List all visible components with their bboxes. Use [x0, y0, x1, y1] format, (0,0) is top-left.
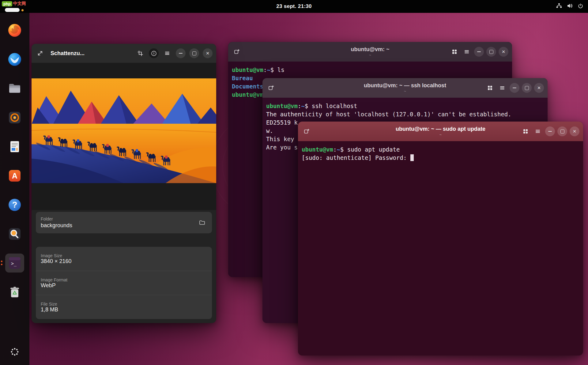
folder-icon	[7, 81, 22, 96]
terminal-text-segment: ED25519 k	[266, 119, 298, 126]
terminal-text-segment: ~	[337, 146, 340, 153]
terminal-line: The authenticity of host 'localhost (127…	[266, 110, 544, 119]
terminal-text-segment: ~	[267, 66, 270, 73]
desert-caravan-image	[32, 78, 216, 183]
window-subtitle: ~	[439, 133, 442, 137]
minimize-button[interactable]	[510, 83, 519, 93]
terminal-line: ubuntu@vm:~$ sudo apt update	[302, 145, 579, 154]
terminal-text-segment: ubuntu@vm	[302, 146, 333, 153]
speaker-icon	[7, 110, 22, 125]
new-tab-icon[interactable]	[232, 47, 242, 57]
window-title: Schattenzu...	[51, 50, 85, 57]
file-size-label: File Size	[41, 302, 207, 307]
tab-overview-icon[interactable]	[485, 83, 495, 93]
image-size-value: 3840 × 2160	[41, 258, 207, 265]
power-icon[interactable]	[578, 3, 583, 10]
minimize-button[interactable]	[176, 48, 186, 58]
terminal-line: ubuntu@vm:~$ ls	[232, 66, 508, 74]
clock[interactable]: 23 sept. 21:30	[276, 3, 312, 9]
terminal-headerbar[interactable]: ubuntu@vm: ~ — sudo apt update ~ ×	[298, 122, 583, 141]
image-format-label: Image Format	[41, 277, 207, 282]
dock-item-firefox[interactable]	[5, 21, 24, 40]
terminal-text-segment	[410, 154, 414, 161]
image-format-row: Image Format WebP	[36, 271, 212, 295]
terminal-text-segment: ssh localhost	[312, 103, 357, 109]
status-tray[interactable]	[556, 0, 583, 13]
menu-icon[interactable]	[162, 48, 172, 58]
menu-icon[interactable]	[533, 126, 543, 136]
volume-icon[interactable]	[567, 3, 573, 9]
terminal-text-segment: ubuntu@vm	[232, 66, 263, 73]
window-title: ubuntu@vm: ~ — sudo apt update	[396, 126, 485, 132]
desktop: 23 sept. 21:30 php 中文网	[0, 0, 588, 365]
window-title: ubuntu@vm: ~	[351, 46, 389, 53]
image-viewer-headerbar[interactable]: Schattenzu... ×	[32, 44, 216, 63]
image-size-row: Image Size 3840 × 2160	[36, 247, 212, 271]
image-properties-panel: Folder backgrounds Image Size 3840 × 216…	[32, 210, 216, 319]
terminal-text-segment: [sudo: authenticate] Password:	[302, 154, 410, 161]
document-icon	[7, 139, 22, 154]
maximize-button[interactable]	[557, 126, 567, 136]
dock-item-terminal[interactable]: >_	[5, 254, 24, 273]
dock-item-show-apps[interactable]	[5, 342, 24, 361]
menu-icon[interactable]	[462, 47, 472, 57]
terminal-text-segment: $	[270, 66, 277, 73]
top-bar: 23 sept. 21:30	[0, 0, 588, 13]
tab-overview-icon[interactable]	[521, 126, 530, 136]
app-center-icon: A	[7, 168, 22, 183]
terminal-headerbar[interactable]: ubuntu@vm: ~ — ssh localhost ~ ×	[262, 78, 548, 98]
watermark-text: 中文网	[13, 1, 26, 6]
file-size-row: File Size 1,8 MB	[36, 295, 212, 319]
watermark: php 中文网	[2, 1, 26, 6]
folder-value: backgrounds	[41, 222, 72, 229]
terminal-window-apt: ubuntu@vm: ~ — sudo apt update ~ × ubunt…	[298, 122, 583, 356]
terminal-text-segment: ~	[301, 103, 304, 109]
dock-item-trash[interactable]	[5, 283, 24, 302]
fullscreen-expand-icon[interactable]	[35, 48, 45, 58]
image-format-value: WebP	[41, 282, 207, 289]
maximize-button[interactable]	[486, 47, 496, 57]
firefox-icon	[7, 23, 22, 38]
terminal-headerbar[interactable]: ubuntu@vm: ~ ~ ×	[228, 42, 512, 62]
dock-item-files[interactable]	[5, 79, 24, 98]
trash-icon	[7, 285, 22, 299]
menu-icon[interactable]	[497, 83, 507, 93]
thunderbird-icon	[7, 52, 22, 67]
terminal-line: [sudo: authenticate] Password:	[302, 154, 579, 162]
terminal-text-segment: The authenticity of host 'localhost (127…	[266, 111, 511, 118]
terminal-text-segment: $	[340, 146, 347, 153]
close-button[interactable]: ×	[499, 47, 508, 57]
dock-item-magnifier[interactable]	[5, 224, 24, 243]
dock-item-documents[interactable]	[5, 137, 24, 156]
terminal-content[interactable]: ubuntu@vm:~$ sudo apt update[sudo: authe…	[298, 141, 583, 166]
image-stage[interactable]	[32, 63, 216, 210]
dock-item-app-center[interactable]: A	[5, 166, 24, 185]
open-folder-icon[interactable]	[197, 218, 207, 228]
info-icon[interactable]	[149, 48, 159, 58]
php-badge: php	[2, 1, 12, 6]
new-tab-icon[interactable]	[302, 126, 311, 136]
folder-property-card: Folder backgrounds	[36, 212, 212, 233]
dock-item-help[interactable]: ?	[5, 195, 24, 214]
terminal-text-segment: :	[263, 66, 267, 73]
watermark-shape	[5, 8, 20, 12]
close-button[interactable]: ×	[570, 126, 579, 136]
svg-text:?: ?	[12, 200, 17, 209]
maximize-button[interactable]	[189, 48, 199, 58]
new-tab-icon[interactable]	[266, 83, 276, 93]
minimize-button[interactable]	[545, 126, 555, 136]
dock: A ? >_	[0, 13, 29, 365]
close-button[interactable]: ×	[534, 83, 544, 93]
terminal-text-segment: Documents	[232, 83, 263, 90]
terminal-text-segment: Are you s	[266, 144, 298, 151]
dock-item-thunderbird[interactable]	[5, 50, 24, 69]
dock-item-rhythmbox[interactable]	[5, 108, 24, 127]
minimize-button[interactable]	[474, 47, 484, 57]
network-icon[interactable]	[556, 3, 562, 9]
terminal-text-segment: :	[298, 103, 301, 109]
crop-icon[interactable]	[135, 48, 145, 58]
close-button[interactable]: ×	[203, 48, 213, 58]
tab-overview-icon[interactable]	[450, 47, 459, 57]
maximize-button[interactable]	[522, 83, 532, 93]
terminal-text-segment: :	[333, 146, 337, 153]
